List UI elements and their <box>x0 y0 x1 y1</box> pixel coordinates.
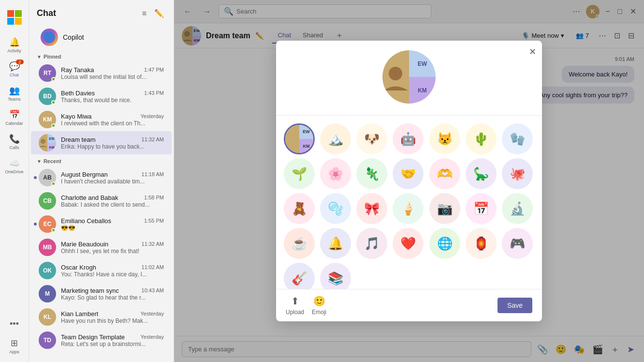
svg-point-5 <box>41 139 45 144</box>
chat-item-beth-davies[interactable]: BD Beth Davies1:43 PM Thanks, that would… <box>31 85 172 108</box>
sticker-item-10[interactable]: 🦎 <box>356 158 387 189</box>
chat-info: Marie Beaudouin11:32 AM Ohhh I see, yes … <box>61 241 164 255</box>
chat-info: Dream team11:32 AM Erika: Happy to have … <box>61 136 164 150</box>
status-online <box>51 181 56 186</box>
avatar-team-design-template: TD <box>39 332 56 349</box>
unread-indicator <box>34 176 37 179</box>
svg-point-4 <box>44 31 55 43</box>
chat-item-kayo-miwa[interactable]: KM Kayo MiwaYesterday I reviewed with th… <box>31 108 172 131</box>
sticker-item-5[interactable]: 😾 <box>429 123 460 154</box>
chat-item-marketing-team-sync[interactable]: M Marketing team sync10:43 AM Kayo: So g… <box>31 282 172 305</box>
chat-item-marie-beaudouin[interactable]: MB Marie Beaudouin11:32 AM Ohhh I see, y… <box>31 236 172 259</box>
chat-info: Kayo MiwaYesterday I reviewed with the c… <box>61 113 164 127</box>
sticker-item-17[interactable]: 🎀 <box>356 193 387 224</box>
sticker-item-21[interactable]: 🔬 <box>502 193 533 224</box>
chat-item-emiliano-ceballos[interactable]: EC Emiliano Ceballos1:55 PM 😎😎 <box>31 212 172 236</box>
chat-item-dream-team[interactable]: EW KM Dream team11:32 AM Erika: Happy to… <box>31 131 172 154</box>
avatar-ray-tanaka: RT <box>39 64 56 82</box>
sticker-item-3[interactable]: 🐶 <box>356 123 387 154</box>
group-avatar-preview: EW KM <box>382 50 436 104</box>
sidebar: Chat ≡ ✏️ Copilot ▼ Pinned RT Ray Tanaka… <box>29 0 174 362</box>
sticker-item-2[interactable]: 🏔️ <box>320 123 351 154</box>
sticker-item-13[interactable]: 🦕 <box>466 158 497 189</box>
sticker-item-25[interactable]: ❤️ <box>393 228 424 259</box>
sticker-item-8[interactable]: 🌱 <box>284 158 315 189</box>
chat-info: Oscar Krogh11:02 AM You: Thanks! Have a … <box>61 264 164 278</box>
sticker-item-4[interactable]: 🤖 <box>393 123 424 154</box>
more-icon: ••• <box>10 319 19 329</box>
rail-item-activity[interactable]: 🔔 Activity <box>0 33 29 57</box>
avatar-beth-davies: BD <box>39 88 56 105</box>
activity-icon: 🔔 <box>9 37 20 47</box>
chat-item-august-bergman[interactable]: AB August Bergman11:18 AM I haven't chec… <box>31 166 172 189</box>
sticker-item-23[interactable]: 🔔 <box>320 228 351 259</box>
save-button[interactable]: Save <box>498 298 532 313</box>
sticker-item-19[interactable]: 📷 <box>429 193 460 224</box>
rail-item-calls[interactable]: 📞 Calls <box>0 130 29 154</box>
recent-section-label[interactable]: ▼ Recent <box>29 154 174 166</box>
rail-item-calendar[interactable]: 📅 Calendar <box>0 106 29 130</box>
ms-logo[interactable] <box>0 4 29 33</box>
sticker-item-11[interactable]: 🤝 <box>393 158 424 189</box>
chat-item-ray-tanaka[interactable]: RT Ray Tanaka1:47 PM Louisa will send th… <box>31 61 172 85</box>
avatar-august-bergman: AB <box>39 169 56 186</box>
sticker-item-27[interactable]: 🏮 <box>466 228 497 259</box>
sticker-item-20[interactable]: 📅 <box>466 193 497 224</box>
calls-icon: 📞 <box>9 134 20 144</box>
sticker-item-12[interactable]: 🫶 <box>429 158 460 189</box>
chat-info: Kian LambertYesterday Have you run this … <box>61 310 164 324</box>
sticker-item-14[interactable]: 🐙 <box>502 158 533 189</box>
chat-item-oscar-krogh[interactable]: OK Oscar Krogh11:02 AM You: Thanks! Have… <box>31 259 172 282</box>
filter-button[interactable]: ≡ <box>140 7 148 20</box>
sticker-item-28[interactable]: 🎮 <box>502 228 533 259</box>
sticker-item-9[interactable]: 🌸 <box>320 158 351 189</box>
emoji-picker-button[interactable]: 🙂 Emoji <box>312 295 326 316</box>
sidebar-actions: ≡ ✏️ <box>140 7 166 20</box>
avatar-marie-beaudouin: MB <box>39 239 56 256</box>
sticker-item-1[interactable]: EW KM <box>284 123 315 154</box>
rail-item-more[interactable]: ••• <box>0 315 29 334</box>
status-online <box>51 228 56 232</box>
sticker-item-16[interactable]: 🫧 <box>320 193 351 224</box>
status-online <box>51 77 56 81</box>
sticker-item-29[interactable]: 🎸 <box>284 263 315 289</box>
upload-button[interactable]: ⬆ Upload <box>286 295 304 316</box>
pinned-section-label[interactable]: ▼ Pinned <box>29 50 174 61</box>
sticker-item-30[interactable]: 📚 <box>320 263 351 289</box>
sticker-item-6[interactable]: 🌵 <box>466 123 497 154</box>
sticker-item-24[interactable]: 🎵 <box>356 228 387 259</box>
chat-info: August Bergman11:18 AM I haven't checked… <box>61 171 164 185</box>
chat-info: Ray Tanaka1:47 PM Louisa will send the i… <box>61 66 164 80</box>
avatar-marketing-team-sync: M <box>39 285 56 302</box>
modal-close-button[interactable]: ✕ <box>529 46 536 57</box>
rail-item-chat[interactable]: 💬 Chat 2 <box>0 57 29 81</box>
upload-icon: ⬆ <box>291 295 299 307</box>
svg-rect-3 <box>15 18 22 25</box>
sticker-item-18[interactable]: 🍦 <box>393 193 424 224</box>
copilot-name: Copilot <box>63 33 84 41</box>
sticker-item-15[interactable]: 🧸 <box>284 193 315 224</box>
chat-info: Beth Davies1:43 PM Thanks, that would be… <box>61 90 164 104</box>
modal-overlay[interactable]: ✕ EW KM <box>174 0 644 362</box>
rail-item-onedrive[interactable]: ☁️ OneDrive <box>0 154 29 178</box>
recent-caret: ▼ <box>37 159 42 164</box>
chat-item-team-design-template[interactable]: TD Team Design TemplateYesterday Reta: L… <box>31 329 172 352</box>
rail-item-teams[interactable]: 👥 Teams <box>0 81 29 106</box>
avatar-charlotte-babak: CB <box>39 192 56 210</box>
sticker-item-26[interactable]: 🌐 <box>429 228 460 259</box>
chat-info: Charlotte and Babak1:58 PM Babak: I aske… <box>61 194 164 208</box>
copilot-item[interactable]: Copilot <box>33 25 170 50</box>
sticker-item-7[interactable]: 🧤 <box>502 123 533 154</box>
avatar-picker-modal: ✕ EW KM <box>276 41 542 321</box>
chat-item-charlotte-babak[interactable]: CB Charlotte and Babak1:58 PM Babak: I a… <box>31 189 172 212</box>
chat-item-kian-lambert[interactable]: KL Kian LambertYesterday Have you run th… <box>31 305 172 329</box>
modal-top: ✕ EW KM <box>276 41 542 116</box>
chat-info: Team Design TemplateYesterday Reta: Let'… <box>61 333 164 347</box>
unread-indicator <box>34 223 37 226</box>
chat-info: Marketing team sync10:43 AM Kayo: So gla… <box>61 287 164 301</box>
avatar-kian-lambert: KL <box>39 308 56 326</box>
compose-button[interactable]: ✏️ <box>152 7 166 20</box>
sticker-item-22[interactable]: ☕ <box>284 228 315 259</box>
rail-item-apps[interactable]: ⊞ Apps <box>0 334 29 358</box>
pinned-caret: ▼ <box>37 54 42 60</box>
